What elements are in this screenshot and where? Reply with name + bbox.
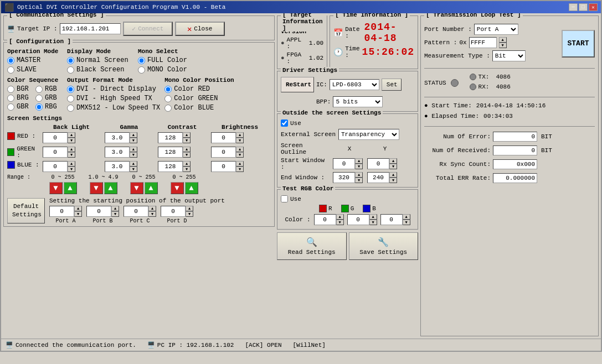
blue-gamma-spin[interactable]: ▲ ▼	[105, 161, 153, 172]
master-radio-row[interactable]: MASTER	[7, 56, 63, 64]
blue-backlight-input[interactable]	[43, 161, 68, 172]
blue-contrast-down[interactable]: ▼	[183, 167, 191, 172]
ic-select[interactable]: LPD-6803	[330, 79, 379, 90]
dmx512-row[interactable]: DMX512 - Low Speed TX	[67, 104, 160, 112]
blue-bl-down[interactable]: ▼	[68, 167, 75, 172]
rbg-radio[interactable]	[35, 103, 43, 111]
port-a-spin[interactable]: ▲ ▼	[49, 206, 82, 217]
red-bright-up[interactable]: ▲	[236, 132, 244, 138]
dvi-high-radio[interactable]	[67, 95, 74, 102]
port-c-spin[interactable]: ▲ ▼	[124, 206, 156, 217]
green-backlight-input[interactable]	[43, 147, 68, 158]
mono-color-radio[interactable]	[138, 66, 145, 74]
start-y-spin[interactable]: ▲ ▼	[367, 158, 397, 169]
start-x-input[interactable]	[333, 158, 355, 169]
blue-gamma-up[interactable]: ▲	[130, 161, 137, 167]
red-gamma-up[interactable]: ▲	[130, 132, 137, 138]
start-y-up[interactable]: ▲	[389, 158, 397, 164]
end-y-input[interactable]	[367, 172, 389, 183]
bl-down-button[interactable]: ▼	[49, 182, 63, 194]
color-blue-row[interactable]: Color BLUE	[164, 104, 234, 112]
port-a-up[interactable]: ▲	[74, 206, 82, 211]
red-contrast-input[interactable]	[158, 132, 183, 143]
green-contrast-down[interactable]: ▼	[183, 152, 191, 158]
port-d-down[interactable]: ▼	[186, 211, 193, 217]
green-contrast-input[interactable]	[158, 147, 183, 158]
bl-up-button[interactable]: ▲	[64, 182, 77, 194]
r-value-spin[interactable]: ▲ ▼	[314, 214, 344, 225]
red-gamma-spin[interactable]: ▲ ▼	[105, 132, 153, 143]
blue-contrast-input[interactable]	[158, 161, 183, 172]
red-contrast-up[interactable]: ▲	[183, 132, 191, 138]
red-backlight-input[interactable]	[43, 132, 68, 143]
external-screen-select[interactable]: Transparency	[338, 129, 399, 140]
bpp-select[interactable]: 5 bits	[333, 96, 383, 107]
target-ip-input[interactable]	[60, 23, 121, 34]
port-b-input[interactable]	[86, 206, 111, 217]
gamma-down-button[interactable]: ▼	[90, 182, 103, 194]
dmx512-radio[interactable]	[67, 105, 74, 112]
blue-gamma-input[interactable]	[105, 161, 130, 172]
port-b-down[interactable]: ▼	[111, 211, 119, 217]
color-green-row[interactable]: Color GREEN	[164, 95, 234, 102]
port-b-spin[interactable]: ▲ ▼	[86, 206, 119, 217]
measurement-select[interactable]: Bit	[492, 50, 526, 61]
set-button[interactable]: Set	[382, 79, 402, 91]
red-brightness-spin[interactable]: ▲ ▼	[211, 132, 269, 143]
b-value-spin[interactable]: ▲ ▼	[380, 214, 410, 225]
dvi-direct-radio[interactable]	[67, 86, 74, 93]
port-number-select[interactable]: Port A	[474, 24, 518, 35]
blue-bl-up[interactable]: ▲	[68, 161, 75, 167]
red-gamma-down[interactable]: ▼	[130, 138, 137, 143]
port-d-input[interactable]	[161, 206, 186, 217]
maximize-button[interactable]: □	[579, 3, 588, 11]
rgb-radio[interactable]	[35, 86, 43, 93]
red-bright-down[interactable]: ▼	[236, 138, 244, 143]
end-y-down[interactable]: ▼	[389, 178, 397, 183]
g-val-up[interactable]: ▲	[369, 214, 377, 220]
green-brightness-input[interactable]	[211, 147, 236, 158]
rgb-row[interactable]: RGB	[35, 85, 63, 93]
save-settings-button[interactable]: 🔧 Save Settings	[349, 232, 419, 260]
start-y-down[interactable]: ▼	[389, 164, 397, 169]
close-button[interactable]: ✕	[589, 3, 598, 11]
black-screen-row[interactable]: Black Screen	[67, 66, 133, 74]
start-button[interactable]: START	[562, 30, 595, 58]
green-bright-down[interactable]: ▼	[236, 152, 244, 158]
red-bl-up[interactable]: ▲	[68, 132, 75, 138]
end-x-up[interactable]: ▲	[355, 172, 363, 178]
slave-radio-row[interactable]: SLAVE	[7, 66, 63, 74]
connect-button[interactable]: ✓ Connect	[123, 22, 173, 36]
grb-radio[interactable]	[35, 95, 43, 102]
test-rgb-use-checkbox[interactable]	[281, 195, 288, 202]
color-red-radio[interactable]	[164, 86, 172, 93]
r-value-input[interactable]	[314, 214, 336, 225]
minimize-button[interactable]: —	[569, 3, 578, 11]
pattern-input[interactable]	[469, 37, 497, 48]
green-gamma-down[interactable]: ▼	[130, 152, 137, 158]
read-settings-button[interactable]: 🔍 Read Settings	[277, 232, 347, 260]
red-contrast-spin[interactable]: ▲ ▼	[158, 132, 207, 143]
slave-radio[interactable]	[7, 66, 14, 74]
green-gamma-up[interactable]: ▲	[130, 147, 137, 152]
end-x-input[interactable]	[333, 172, 355, 183]
b-val-down[interactable]: ▼	[403, 220, 410, 225]
bgr-row[interactable]: BGR	[7, 85, 34, 93]
dvi-high-row[interactable]: DVI - High Speed TX	[67, 95, 160, 102]
gamma-up-button[interactable]: ▲	[104, 182, 117, 194]
grb-row[interactable]: GRB	[35, 94, 63, 102]
red-gamma-input[interactable]	[105, 132, 130, 143]
normal-screen-radio[interactable]	[67, 57, 74, 64]
black-screen-radio[interactable]	[67, 66, 74, 74]
blue-bright-down[interactable]: ▼	[236, 167, 244, 172]
close-comm-button[interactable]: ✕ Close	[175, 22, 225, 36]
end-y-spin[interactable]: ▲ ▼	[367, 172, 397, 183]
blue-gamma-down[interactable]: ▼	[130, 167, 137, 172]
end-x-spin[interactable]: ▲ ▼	[333, 172, 363, 183]
red-brightness-input[interactable]	[211, 132, 236, 143]
g-value-spin[interactable]: ▲ ▼	[347, 214, 377, 225]
port-b-up[interactable]: ▲	[111, 206, 119, 211]
brightness-up-button[interactable]: ▲	[185, 182, 198, 194]
b-val-up[interactable]: ▲	[403, 214, 410, 220]
bgr-radio[interactable]	[7, 86, 14, 93]
